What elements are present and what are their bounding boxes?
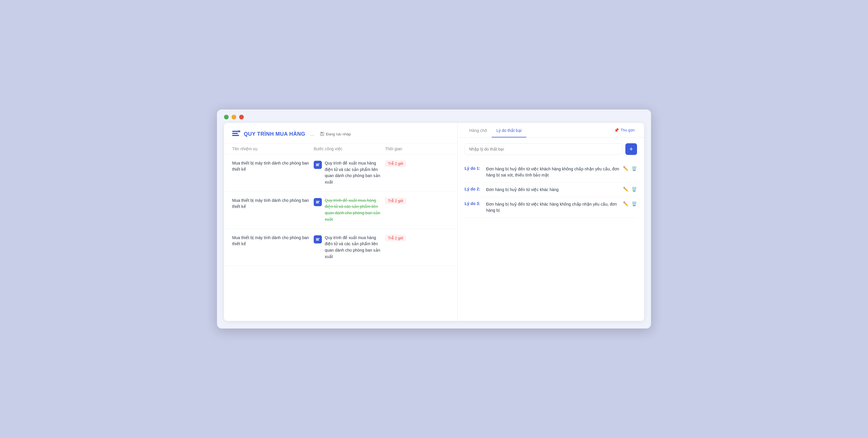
reason-item-1: Lý do 1: Đơn hàng bị huỷ đến từ việc khá…: [465, 162, 637, 183]
col-header-extra: [432, 147, 449, 151]
task-name-2: Mua thiết bị máy tính dành cho phòng ban…: [232, 197, 314, 210]
time-badge-3: Trễ 2 giờ: [385, 235, 432, 242]
step-cell-3: Quy trình đề xuất mua hàng điện tử và cá…: [314, 235, 385, 260]
reason-label-2: Lý do 2:: [465, 187, 483, 191]
right-panel: Hàng chờ Lý do thất bại 📌 Thu gọn +: [458, 123, 644, 321]
step-icon-3: [314, 235, 322, 244]
save-indicator: Đang lưu nháp: [320, 132, 351, 136]
app-title: QUY TRÌNH MUA HÀNG: [244, 131, 305, 137]
time-badge-2: Trễ 2 giờ: [385, 197, 432, 204]
app-content: QUY TRÌNH MUA HÀNG ... Đang lưu nháp Tên…: [224, 123, 644, 321]
collapse-button[interactable]: 📌 Thu gọn: [612, 127, 637, 134]
reason-actions-2: ✏️ 🗑️: [623, 187, 637, 192]
reason-label-1: Lý do 1:: [465, 166, 483, 171]
tab-ly-do-that-bai[interactable]: Lý do thất bại: [492, 123, 526, 137]
edit-icon-3[interactable]: ✏️: [623, 201, 628, 207]
reason-item-2: Lý do 2: Đơn hàng bị huỷ đến từ việc khá…: [465, 183, 637, 197]
input-row: +: [465, 143, 637, 155]
pin-icon: 📌: [614, 128, 619, 132]
titlebar: [217, 110, 651, 123]
table-header: Tên nhiệm vụ Bước công việc Thời gian: [224, 144, 457, 154]
reason-list: Lý do 1: Đơn hàng bị huỷ đến từ việc khá…: [465, 162, 637, 218]
save-status-text: Đang lưu nháp: [326, 132, 351, 136]
browser-window: QUY TRÌNH MUA HÀNG ... Đang lưu nháp Tên…: [217, 110, 651, 328]
reason-label-3: Lý do 3:: [465, 201, 483, 206]
tab-hang-cho[interactable]: Hàng chờ: [465, 123, 492, 137]
step-text-1: Quy trình đề xuất mua hàng điện tử và cá…: [325, 160, 385, 186]
svg-rect-1: [232, 133, 238, 134]
left-header: QUY TRÌNH MUA HÀNG ... Đang lưu nháp: [224, 123, 457, 144]
delete-icon-3[interactable]: 🗑️: [631, 201, 637, 207]
reason-item-3: Lý do 3: Đơn hàng bị huỷ đến từ việc khá…: [465, 197, 637, 218]
dots-menu[interactable]: ...: [310, 131, 314, 137]
time-badge-1: Trễ 2 giờ: [385, 160, 432, 167]
task-name-3: Mua thiết bị máy tính dành cho phòng ban…: [232, 235, 314, 247]
table-row: Mua thiết bị máy tính dành cho phòng ban…: [224, 192, 457, 229]
table-row: Mua thiết bị máy tính dành cho phòng ban…: [224, 229, 457, 266]
step-text-2: Quy trình đề xuất mua hàng điện tử và cá…: [325, 197, 385, 223]
traffic-light-red[interactable]: [239, 115, 244, 119]
reason-text-1: Đơn hàng bị huỷ đến từ việc khách hàng k…: [486, 166, 620, 178]
svg-rect-5: [321, 132, 323, 133]
reason-input[interactable]: [465, 143, 622, 155]
traffic-light-yellow[interactable]: [231, 115, 236, 119]
table-row: Mua thiết bị máy tính dành cho phòng ban…: [224, 154, 457, 192]
reason-actions-1: ✏️ 🗑️: [623, 166, 637, 171]
edit-icon-1[interactable]: ✏️: [623, 166, 628, 171]
save-icon: [320, 132, 324, 136]
step-cell-2: Quy trình đề xuất mua hàng điện tử và cá…: [314, 197, 385, 223]
reason-actions-3: ✏️ 🗑️: [623, 201, 637, 207]
svg-rect-6: [321, 134, 323, 135]
right-body: + Lý do 1: Đơn hàng bị huỷ đến từ việc k…: [458, 137, 644, 321]
right-tabs: Hàng chờ Lý do thất bại 📌 Thu gọn: [458, 123, 644, 137]
delete-icon-2[interactable]: 🗑️: [631, 187, 637, 192]
reason-text-2: Đơn hàng bị huỷ đến từ việc khác hàng: [486, 187, 620, 193]
col-header-time: Thời gian: [385, 147, 432, 151]
add-reason-button[interactable]: +: [625, 143, 637, 155]
edit-icon-2[interactable]: ✏️: [623, 187, 628, 192]
svg-rect-2: [232, 135, 239, 136]
step-icon-2: [314, 198, 322, 206]
step-icon-1: [314, 161, 322, 169]
delete-icon-1[interactable]: 🗑️: [631, 166, 637, 171]
traffic-light-green[interactable]: [224, 115, 229, 119]
svg-point-3: [238, 130, 240, 132]
task-name-1: Mua thiết bị máy tính dành cho phòng ban…: [232, 160, 314, 173]
reason-text-3: Đơn hàng bị huỷ đến từ việc khác hàng kh…: [486, 201, 620, 214]
collapse-label: Thu gọn: [621, 128, 635, 132]
step-text-3: Quy trình đề xuất mua hàng điện tử và cá…: [325, 235, 385, 260]
col-header-step: Bước công việc: [314, 147, 385, 151]
left-panel: QUY TRÌNH MUA HÀNG ... Đang lưu nháp Tên…: [224, 123, 458, 321]
logo-icon: [232, 130, 240, 138]
col-header-task: Tên nhiệm vụ: [232, 147, 314, 151]
step-cell-1: Quy trình đề xuất mua hàng điện tử và cá…: [314, 160, 385, 186]
